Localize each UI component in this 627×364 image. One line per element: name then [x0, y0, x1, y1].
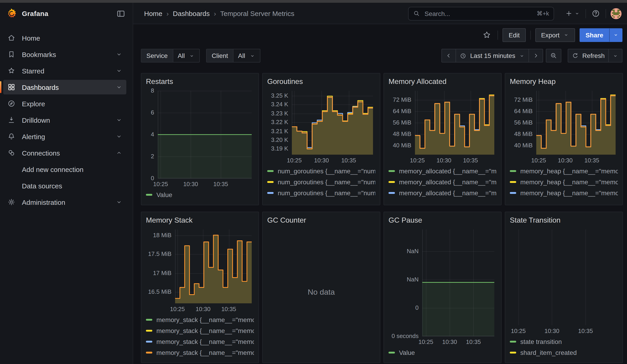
- filter-client-select[interactable]: All: [233, 49, 260, 62]
- sidebar-item-starred[interactable]: Starred: [3, 63, 126, 78]
- panel-title[interactable]: Memory Stack: [146, 215, 254, 226]
- legend: num_goroutines {__name__="num_gonum_goro…: [267, 165, 375, 201]
- x-gridline: [565, 91, 566, 155]
- x-axis-label: 10:25: [287, 157, 302, 164]
- panel-memory-stack: Memory Stack16.5 MiB17 MiB17.5 MiB18 MiB…: [141, 212, 259, 363]
- x-gridline: [321, 91, 322, 155]
- panel-title[interactable]: Goroutines: [267, 76, 375, 87]
- add-button[interactable]: [564, 9, 581, 18]
- x-gridline: [552, 229, 552, 325]
- legend-item[interactable]: memory_stack {__name__="memory_s: [146, 347, 254, 358]
- x-axis-label: 10:35: [584, 157, 599, 164]
- refresh-interval-button[interactable]: [608, 49, 622, 62]
- legend-item[interactable]: num_goroutines {__name__="num_go: [267, 199, 375, 201]
- chart-gc-pause[interactable]: 0 seconds0NaNNaN10:2510:3010:35: [388, 226, 497, 346]
- chevron-down-icon: [116, 117, 122, 123]
- panel-title[interactable]: State Transition: [510, 215, 618, 226]
- legend-series-label: memory_allocated {__name__="memo: [399, 200, 497, 201]
- refresh-button[interactable]: Refresh: [568, 49, 608, 62]
- export-button[interactable]: Export: [535, 28, 575, 42]
- apps-icon: [7, 83, 15, 91]
- sidebar-item-data-sources[interactable]: Data sources: [3, 178, 126, 193]
- legend: state transitionshard_item_created: [510, 335, 618, 359]
- panel-title[interactable]: GC Counter: [267, 215, 375, 226]
- drilldown-icon: [7, 116, 15, 124]
- legend-item[interactable]: shard_item_created: [510, 347, 618, 358]
- sidebar-item-label: Data sources: [22, 182, 62, 190]
- chart-goroutines[interactable]: 3.19 K3.20 K3.21 K3.22 K3.23 K3.24 K3.25…: [267, 87, 375, 165]
- legend-item[interactable]: memory_allocated {__name__="memo: [388, 166, 497, 177]
- legend-item[interactable]: memory_allocated {__name__="memo: [388, 188, 497, 199]
- panel-title[interactable]: Memory Allocated: [388, 76, 497, 87]
- legend-series-marker: [267, 170, 274, 172]
- legend-item[interactable]: memory_heap {__name__="memory_h: [510, 166, 618, 177]
- legend-item[interactable]: num_goroutines {__name__="num_go: [267, 166, 375, 177]
- panel-title[interactable]: Memory Heap: [510, 76, 618, 87]
- sidebar-item-label: Alerting: [22, 133, 45, 140]
- zoom-out-button[interactable]: [546, 49, 561, 62]
- compass-icon: [7, 100, 15, 108]
- legend-item[interactable]: memory_heap {__name__="memory_h: [510, 177, 618, 188]
- legend-series-marker: [267, 192, 274, 194]
- share-options-button[interactable]: [609, 28, 623, 42]
- sidebar-toggle-icon[interactable]: [116, 8, 126, 18]
- y-axis-label: 40 MiB: [388, 142, 411, 149]
- sidebar-item-add-new-connection[interactable]: Add new connection: [3, 162, 126, 177]
- sidebar-item-dashboards[interactable]: Dashboards: [3, 80, 126, 95]
- legend-item[interactable]: memory_heap {__name__="memory_h: [510, 199, 618, 201]
- legend-series-marker: [267, 181, 274, 183]
- legend-item[interactable]: memory_stack {__name__="memory_s: [146, 325, 254, 336]
- help-icon[interactable]: [590, 8, 601, 19]
- search-box[interactable]: ⌘+k: [408, 7, 554, 20]
- panel-title[interactable]: Restarts: [146, 76, 254, 87]
- legend-item[interactable]: Value: [388, 347, 497, 358]
- avatar[interactable]: [611, 8, 622, 19]
- chart-restarts[interactable]: 0246810:2510:3010:35: [146, 87, 254, 188]
- sidebar-item-drilldown[interactable]: Drilldown: [3, 113, 126, 127]
- panel-title[interactable]: GC Pause: [388, 215, 497, 226]
- breadcrumb-item[interactable]: Dashboards: [173, 9, 210, 17]
- chart-memory-heap[interactable]: 40 MiB48 MiB56 MiB64 MiB72 MiB10:2510:30…: [510, 87, 618, 165]
- sidebar-item-administration[interactable]: Administration: [3, 195, 126, 209]
- legend-series-label: num_goroutines {__name__="num_go: [278, 178, 375, 186]
- y-axis-label: 16.5 MiB: [146, 288, 171, 295]
- legend-item[interactable]: num_goroutines {__name__="num_go: [267, 177, 375, 188]
- sidebar-item-bookmarks[interactable]: Bookmarks: [3, 47, 126, 62]
- favorite-star-icon[interactable]: [481, 29, 493, 41]
- y-gridline: [292, 131, 373, 132]
- search-input[interactable]: [424, 9, 533, 18]
- sidebar-item-explore[interactable]: Explore: [3, 96, 126, 111]
- sidebar-item-home[interactable]: Home: [3, 31, 126, 45]
- y-axis-label: 3.21 K: [267, 127, 288, 134]
- time-range-picker[interactable]: Last 15 minutes: [456, 49, 528, 62]
- legend-item[interactable]: memory_stack {__name__="memory_s: [146, 336, 254, 347]
- x-gridline: [444, 91, 444, 155]
- y-gridline: [292, 113, 373, 114]
- filter-service-select[interactable]: All: [173, 49, 199, 62]
- x-axis-label: 10:30: [544, 327, 559, 334]
- legend-item[interactable]: memory_allocated {__name__="memo: [388, 177, 497, 188]
- y-axis-label: 3.19 K: [267, 145, 288, 152]
- chevron-down-icon: [116, 133, 122, 140]
- legend-item[interactable]: memory_heap {__name__="memory_h: [510, 188, 618, 199]
- legend-item[interactable]: memory_allocated {__name__="memo: [388, 199, 497, 201]
- time-shift-back-button[interactable]: [442, 49, 456, 62]
- sidebar-item-alerting[interactable]: Alerting: [3, 129, 126, 144]
- legend-item[interactable]: state transition: [510, 336, 618, 347]
- search-icon: [413, 10, 420, 17]
- y-gridline: [536, 134, 616, 135]
- chart-state-transition[interactable]: 10:2510:3010:35: [510, 226, 618, 335]
- legend-item[interactable]: Value: [146, 189, 254, 200]
- time-shift-forward-button[interactable]: [528, 49, 543, 62]
- legend-item[interactable]: memory_stack {__name__="memory_s: [146, 314, 254, 325]
- sidebar-item-label: Dashboards: [22, 83, 59, 91]
- legend-item[interactable]: num_goroutines {__name__="num_go: [267, 188, 375, 199]
- breadcrumb-item[interactable]: Home: [144, 9, 162, 17]
- chart-memory-stack[interactable]: 16.5 MiB17 MiB17.5 MiB18 MiB10:2510:3010…: [146, 226, 254, 313]
- y-axis-label: NaN: [388, 248, 418, 255]
- chart-memory-allocated[interactable]: 40 MiB48 MiB56 MiB64 MiB72 MiB10:2510:30…: [388, 87, 497, 165]
- share-button[interactable]: Share: [579, 28, 609, 42]
- edit-button[interactable]: Edit: [503, 28, 525, 42]
- grafana-logo-icon[interactable]: [6, 8, 17, 19]
- sidebar-item-connections[interactable]: Connections: [3, 146, 126, 160]
